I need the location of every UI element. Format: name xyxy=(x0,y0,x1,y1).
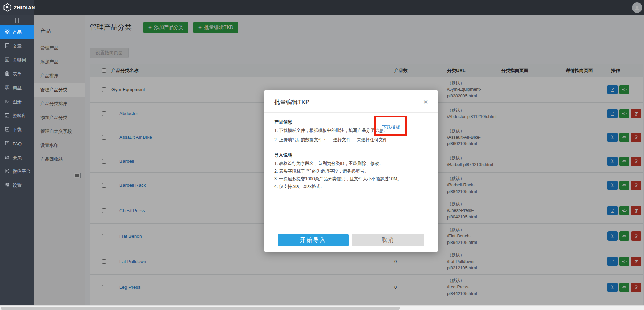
sidebar-item-products[interactable]: 产品 xyxy=(0,25,34,39)
article-icon xyxy=(5,43,10,49)
gallery-icon xyxy=(5,99,10,105)
brand-name: ZHIDIAN xyxy=(14,5,35,10)
import-note: 1. 表格首行为字段名、首列为分类ID，不能删除、修改。 xyxy=(274,160,428,168)
sidebar-item-inquiries[interactable]: ¥ 询盘 xyxy=(0,81,34,95)
batch-edit-tkp-modal: 批量编辑TKP × 产品信息 1. 下载模板文件，根据模板中的批注，填写产品分类… xyxy=(264,90,438,252)
close-icon[interactable]: × xyxy=(423,98,428,106)
download-template-link[interactable]: 下载模板 xyxy=(382,124,400,130)
wechat-smiley-icon xyxy=(5,168,10,175)
step2-instruction: 2. 上传填写后的数据文件： xyxy=(274,137,327,143)
sidebar-item-label: FAQ xyxy=(13,141,22,146)
library-icon xyxy=(5,113,10,119)
sidebar-item-keywords[interactable]: K 关键词 xyxy=(0,53,34,67)
sidebar-item-wechat[interactable]: 微信平台 xyxy=(0,165,34,178)
sidebar-item-label: 图册 xyxy=(13,99,22,105)
sidebar-item-label: 微信平台 xyxy=(13,168,31,175)
import-notes-section-title: 导入说明 xyxy=(274,152,428,158)
sidebar-item-label: 下载 xyxy=(13,127,22,133)
svg-text:?: ? xyxy=(6,142,8,145)
sidebar-item-label: 产品 xyxy=(13,29,22,35)
sidebar-item-label: 表单 xyxy=(13,71,22,77)
gear-icon xyxy=(5,182,10,189)
sidebar-item-downloads[interactable]: 下载 xyxy=(0,123,34,137)
brand-hexagon-icon xyxy=(3,3,12,12)
cancel-button[interactable]: 取消 xyxy=(352,234,424,246)
sidebar-item-members[interactable]: 会员 xyxy=(0,151,34,165)
horizontal-scrollbar xyxy=(0,305,644,310)
svg-text:¥: ¥ xyxy=(7,86,8,88)
sidebar-item-library[interactable]: 资料库 xyxy=(0,109,34,123)
scrollbar-thumb[interactable] xyxy=(1,307,400,310)
sidebar-item-faq[interactable]: ? FAQ xyxy=(0,137,34,151)
sidebar-item-gallery[interactable]: 图册 xyxy=(0,95,34,109)
choose-file-button[interactable]: 选择文件 xyxy=(329,136,354,144)
primary-sidebar: 产品 文章 K 关键词 表单 ¥ 询盘 图册 资料库 下载 ? FAQ 会员 微… xyxy=(0,15,34,310)
form-icon xyxy=(5,71,10,77)
sidebar-item-settings[interactable]: 设置 xyxy=(0,178,34,192)
step1-instruction: 1. 下载模板文件，根据模板中的批注，填写产品分类信息。 xyxy=(274,127,428,134)
sidebar-item-label: 设置 xyxy=(13,182,22,189)
crown-icon xyxy=(5,154,10,161)
brand-logo: ZHIDIAN xyxy=(0,0,34,15)
no-file-chosen-label: 未选择任何文件 xyxy=(357,137,387,143)
modal-footer: 开始导入 取消 xyxy=(264,229,438,252)
import-note: 3. 一次最多提交1000条产品分类信息，且文件大小不能超过10M。 xyxy=(274,175,428,183)
sidebar-item-articles[interactable]: 文章 xyxy=(0,39,34,53)
keyword-icon: K xyxy=(5,57,10,63)
sidebar-item-label: 关键词 xyxy=(13,57,26,63)
modal-title: 批量编辑TKP xyxy=(274,98,309,106)
sidebar-item-label: 询盘 xyxy=(13,85,22,91)
sidebar-item-label: 会员 xyxy=(13,154,22,161)
product-info-section-title: 产品信息 xyxy=(274,119,428,125)
import-note: 2. 表头字段标了 “*” 的为必填字段，请务必填写。 xyxy=(274,168,428,175)
modal-body: 产品信息 1. 下载模板文件，根据模板中的批注，填写产品分类信息。 2. 上传填… xyxy=(264,113,438,229)
modal-header: 批量编辑TKP × xyxy=(264,90,438,113)
question-icon: ? xyxy=(5,141,10,147)
sidebar-item-label: 资料库 xyxy=(13,113,26,119)
sidebar-item-label: 文章 xyxy=(13,43,22,49)
inquiry-icon: ¥ xyxy=(5,85,10,91)
grid-icon xyxy=(5,29,10,35)
start-import-button[interactable]: 开始导入 xyxy=(278,234,349,246)
import-note: 4. 仅支持.xls、.xlsx格式。 xyxy=(274,183,428,191)
svg-text:K: K xyxy=(6,58,8,62)
sidebar-collapse-button[interactable] xyxy=(0,15,34,25)
sidebar-item-forms[interactable]: 表单 xyxy=(0,67,34,81)
download-icon xyxy=(5,127,10,133)
